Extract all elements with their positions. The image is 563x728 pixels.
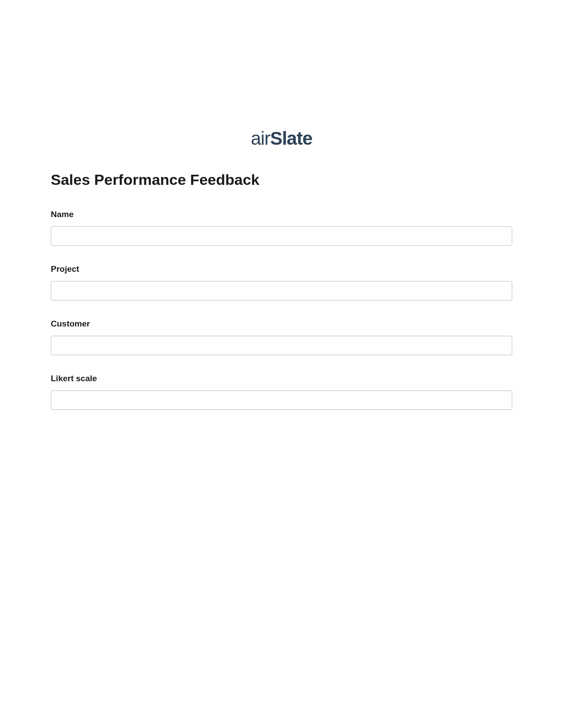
form-field-name: Name bbox=[51, 210, 512, 246]
form-container: airSlate Sales Performance Feedback Name… bbox=[0, 0, 563, 410]
input-customer[interactable] bbox=[51, 336, 512, 355]
form-title: Sales Performance Feedback bbox=[51, 171, 512, 188]
input-likert[interactable] bbox=[51, 390, 512, 410]
label-project: Project bbox=[51, 264, 512, 274]
form-field-customer: Customer bbox=[51, 319, 512, 355]
label-likert: Likert scale bbox=[51, 374, 512, 383]
logo: airSlate bbox=[51, 128, 512, 149]
input-project[interactable] bbox=[51, 281, 512, 300]
input-name[interactable] bbox=[51, 226, 512, 246]
logo-text: airSlate bbox=[251, 128, 312, 149]
logo-part2: Slate bbox=[270, 128, 312, 149]
label-customer: Customer bbox=[51, 319, 512, 329]
form-field-likert: Likert scale bbox=[51, 374, 512, 410]
label-name: Name bbox=[51, 210, 512, 219]
form-field-project: Project bbox=[51, 264, 512, 300]
logo-part1: air bbox=[251, 128, 270, 149]
